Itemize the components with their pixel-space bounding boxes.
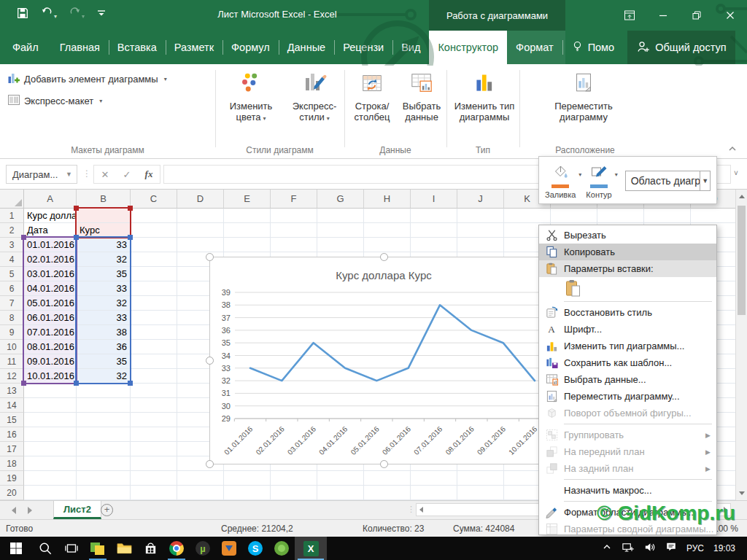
- cell-A13[interactable]: [24, 384, 77, 398]
- cell-A2[interactable]: Дата: [24, 223, 77, 238]
- cell-D2[interactable]: [177, 223, 224, 238]
- column-header-E[interactable]: E: [224, 190, 271, 209]
- cell-G19[interactable]: [317, 471, 364, 486]
- cell-A11[interactable]: 09.01.2016: [24, 354, 77, 369]
- column-header-H[interactable]: H: [364, 190, 411, 209]
- cell-C6[interactable]: [131, 281, 177, 296]
- notifications-icon[interactable]: [665, 541, 677, 556]
- cell-A12[interactable]: 10.01.2016: [24, 369, 77, 384]
- move-chart-button[interactable]: Переместить диаграмму: [543, 69, 624, 122]
- row-header-5[interactable]: 5: [0, 267, 24, 281]
- cell-C2[interactable]: [131, 223, 177, 238]
- cell-B19[interactable]: [77, 471, 131, 486]
- row-header-3[interactable]: 3: [0, 238, 24, 252]
- row-header-9[interactable]: 9: [0, 325, 24, 340]
- cell-C8[interactable]: [131, 311, 177, 325]
- select-all-corner[interactable]: [0, 190, 24, 209]
- column-header-G[interactable]: G: [317, 190, 364, 209]
- cell-B18[interactable]: [77, 456, 131, 471]
- cell-L1[interactable]: [551, 209, 597, 223]
- column-header-F[interactable]: F: [271, 190, 317, 209]
- chart-resize-handle[interactable]: [380, 460, 388, 468]
- language-indicator[interactable]: РУС: [686, 543, 704, 553]
- cancel-entry-icon[interactable]: ✕: [101, 169, 109, 180]
- paste-option-icon[interactable]: [563, 278, 584, 298]
- chart-element-combo-dropdown-icon[interactable]: ▼: [700, 171, 711, 191]
- row-header-12[interactable]: 12: [0, 369, 24, 384]
- skype-taskbar-icon[interactable]: S: [242, 537, 268, 560]
- cell-H1[interactable]: [364, 209, 411, 223]
- cell-J3[interactable]: [457, 238, 504, 252]
- cell-H2[interactable]: [364, 223, 411, 238]
- tab-конструктор[interactable]: Конструктор: [429, 31, 507, 64]
- cell-C19[interactable]: [131, 471, 177, 486]
- start-taskbar-icon[interactable]: [0, 537, 32, 560]
- redo-icon[interactable]: ▾: [69, 5, 85, 20]
- cell-D20[interactable]: [177, 486, 224, 500]
- cell-B6[interactable]: 33: [77, 281, 131, 296]
- scroll-up-icon[interactable]: [739, 195, 745, 198]
- fill-color-button[interactable]: Заливка: [545, 163, 576, 199]
- cell-N1[interactable]: [644, 209, 691, 223]
- cell-F1[interactable]: [271, 209, 317, 223]
- row-header-16[interactable]: 16: [0, 427, 24, 442]
- row-header-7[interactable]: 7: [0, 296, 24, 311]
- menu-item-вырезать[interactable]: Вырезать: [539, 227, 716, 244]
- quick-styles-button[interactable]: Экспресс-стили▾: [286, 69, 343, 124]
- quick-layout-button[interactable]: Экспресс-макет▾: [7, 93, 102, 109]
- chart-object[interactable]: Курс доллара Курс29303132333435363738390…: [209, 257, 558, 464]
- cell-O1[interactable]: [691, 209, 735, 223]
- cell-I20[interactable]: [411, 486, 457, 500]
- chart-resize-handle[interactable]: [206, 253, 214, 261]
- tab-вид[interactable]: Вид: [392, 31, 429, 64]
- tab-главная[interactable]: Главная: [51, 31, 109, 64]
- cell-B1[interactable]: [77, 209, 131, 223]
- notes-taskbar-icon[interactable]: [85, 537, 111, 560]
- cell-G1[interactable]: [317, 209, 364, 223]
- tab-данные[interactable]: Данные: [279, 31, 334, 64]
- cell-C11[interactable]: [131, 354, 177, 369]
- select-data-button[interactable]: Выбрать данные: [398, 69, 446, 122]
- next-sheet-icon[interactable]: [28, 507, 32, 514]
- confirm-entry-icon[interactable]: ✓: [123, 169, 131, 180]
- cell-A5[interactable]: 03.01.2016: [24, 267, 77, 281]
- antivirus-taskbar-icon[interactable]: [268, 537, 295, 560]
- menu-item-назначить-макрос[interactable]: Назначить макрос...: [539, 482, 716, 499]
- menu-item-выбрать-данные[interactable]: Выбрать данные...: [539, 371, 716, 388]
- cell-C13[interactable]: [131, 384, 177, 398]
- vertical-scrollbar-thumb[interactable]: [738, 206, 746, 315]
- cell-J19[interactable]: [457, 471, 504, 486]
- cell-C18[interactable]: [131, 456, 177, 471]
- name-box-dropdown-icon[interactable]: ▼: [66, 171, 77, 178]
- cell-B20[interactable]: [77, 486, 131, 500]
- scroll-right-icon[interactable]: [724, 507, 727, 513]
- previous-sheet-icon[interactable]: [12, 507, 16, 514]
- row-header-8[interactable]: 8: [0, 311, 24, 325]
- chrome-taskbar-icon[interactable]: [163, 537, 190, 560]
- cell-A15[interactable]: [24, 413, 77, 427]
- outline-color-button[interactable]: Контур: [586, 163, 611, 199]
- cell-G2[interactable]: [317, 223, 364, 238]
- row-header-14[interactable]: 14: [0, 398, 24, 413]
- cell-J1[interactable]: [457, 209, 504, 223]
- cell-C16[interactable]: [131, 427, 177, 442]
- cell-C10[interactable]: [131, 340, 177, 354]
- column-header-B[interactable]: B: [77, 190, 131, 209]
- cell-B15[interactable]: [77, 413, 131, 427]
- tab-помо[interactable]: Помо: [562, 31, 624, 64]
- row-header-15[interactable]: 15: [0, 413, 24, 427]
- tab-вставка[interactable]: Вставка: [109, 31, 166, 64]
- cell-B10[interactable]: 36: [77, 340, 131, 354]
- download-manager-taskbar-icon[interactable]: [216, 537, 242, 560]
- cell-J2[interactable]: [457, 223, 504, 238]
- task-view-taskbar-icon[interactable]: [58, 537, 85, 560]
- name-box[interactable]: Диаграм... ▼: [6, 165, 77, 184]
- menu-item-переместить-диаграмму[interactable]: Переместить диаграмму...: [539, 388, 716, 405]
- row-header-20[interactable]: 20: [0, 486, 24, 500]
- menu-item-изменить-тип-диаграммы[interactable]: Изменить тип диаграммы...: [539, 338, 716, 354]
- cell-B13[interactable]: [77, 384, 131, 398]
- chart-resize-handle[interactable]: [206, 357, 214, 365]
- cell-A19[interactable]: [24, 471, 77, 486]
- volume-icon[interactable]: [643, 541, 656, 556]
- menu-item-восстановить-стиль[interactable]: Восстановить стиль: [539, 304, 716, 321]
